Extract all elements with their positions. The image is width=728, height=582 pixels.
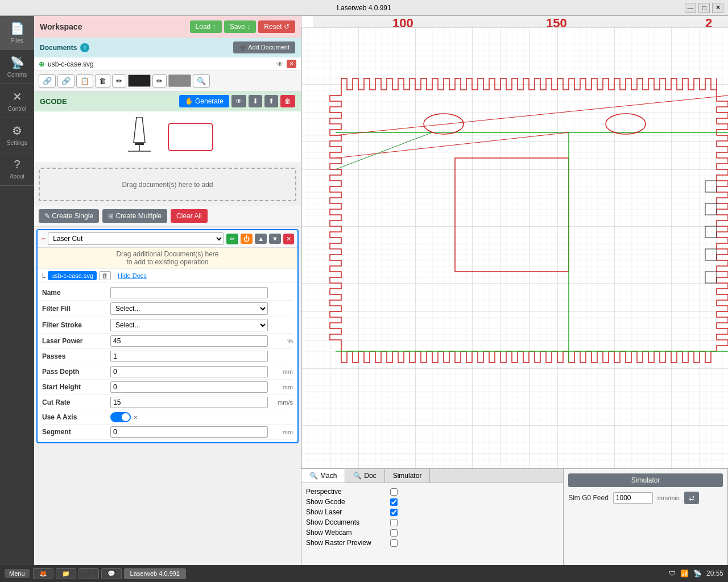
field-input-segment[interactable] bbox=[110, 426, 268, 438]
field-unit-pass-depth: mm bbox=[270, 368, 293, 375]
field-input-laser-power[interactable] bbox=[110, 335, 268, 347]
operation-edit-button[interactable]: ✏ bbox=[226, 234, 238, 244]
tab-simulator-label: Simulator bbox=[393, 472, 422, 480]
create-single-button[interactable]: ✎ Create Single bbox=[39, 209, 99, 223]
field-select-filter-fill[interactable]: Select... bbox=[110, 302, 268, 315]
taskbar-right: 🛡 📶 📡 20:55 bbox=[669, 569, 723, 577]
drag-drop-area[interactable]: Drag document(s) here to add bbox=[39, 168, 296, 201]
document-expand-icon[interactable]: ⊕ bbox=[39, 60, 44, 68]
ruler-num-150: 150 bbox=[546, 16, 567, 27]
operation-down-button[interactable]: ▼ bbox=[269, 234, 281, 244]
exchange-button[interactable]: ⇄ bbox=[684, 492, 699, 504]
taskbar-app-terminal[interactable]: ⬛ bbox=[78, 568, 99, 579]
bottom-left-panel: 🔍 Mach 🔍 Doc Simulator Perspective bbox=[301, 469, 564, 565]
show-gcode-checkbox[interactable] bbox=[390, 498, 398, 506]
op-tool-btn-4[interactable]: 🗑 bbox=[95, 74, 110, 88]
document-remove-button[interactable]: ✕ bbox=[287, 60, 296, 68]
operation-delete-button[interactable]: ✕ bbox=[283, 234, 294, 244]
sidebar-item-comms[interactable]: 📡 Comms bbox=[0, 50, 34, 84]
op-tool-btn-6[interactable]: ✏ bbox=[152, 74, 167, 88]
gcode-view-button[interactable]: 👁 bbox=[231, 95, 246, 107]
document-visibility-icon[interactable]: 👁 bbox=[276, 60, 283, 68]
taskbar-app-folder[interactable]: 📁 bbox=[56, 568, 76, 579]
documents-info-icon[interactable]: i bbox=[80, 43, 89, 52]
maximize-button[interactable]: □ bbox=[698, 3, 710, 13]
operation-collapse-icon[interactable]: − bbox=[41, 234, 46, 243]
add-document-button[interactable]: ➕ Add Document bbox=[233, 41, 295, 53]
op-tool-btn-5[interactable]: ✏ bbox=[112, 74, 126, 88]
workspace-title: Workspace bbox=[40, 22, 82, 31]
show-raster-checkbox[interactable] bbox=[390, 539, 398, 547]
gcode-delete-button[interactable]: 🗑 bbox=[280, 95, 295, 107]
taskbar-app-firefox[interactable]: 🦊 bbox=[33, 568, 53, 579]
op-search-btn[interactable]: 🔍 bbox=[193, 74, 210, 88]
perspective-checkbox[interactable] bbox=[390, 488, 398, 496]
left-panel: Workspace Load ↑ Save ↓ Reset ↺ Document… bbox=[34, 16, 301, 565]
laser-cut-preview-rect bbox=[168, 123, 213, 151]
sim-g0-feed-input[interactable] bbox=[613, 492, 653, 504]
toggle-close-icon[interactable]: ✕ bbox=[133, 414, 138, 421]
toggle-switch[interactable] bbox=[110, 412, 131, 422]
tab-simulator[interactable]: Simulator bbox=[385, 469, 431, 483]
color-swatch-dark[interactable] bbox=[128, 74, 151, 87]
tab-doc-label: Doc bbox=[364, 472, 376, 480]
taskbar-app-chat[interactable]: 💬 bbox=[101, 568, 122, 579]
gcode-download-button[interactable]: ⬇ bbox=[249, 95, 262, 107]
ruler-num-100: 100 bbox=[392, 16, 413, 27]
minimize-button[interactable]: — bbox=[685, 3, 696, 13]
show-webcam-checkbox[interactable] bbox=[390, 529, 398, 537]
field-unit-laser-power: % bbox=[270, 338, 293, 344]
sidebar-item-about[interactable]: ? About bbox=[0, 152, 34, 186]
clear-all-button[interactable]: Clear All bbox=[171, 209, 208, 223]
sidebar-item-settings[interactable]: ⚙ Settings bbox=[0, 118, 34, 152]
drag-hint-line2: to add to existing operation bbox=[42, 258, 293, 266]
op-tool-btn-2[interactable]: 🔗 bbox=[57, 74, 75, 88]
show-laser-checkbox[interactable] bbox=[390, 509, 398, 516]
save-button[interactable]: Save ↓ bbox=[224, 20, 257, 33]
drag-hint-line1: Drag additional Document(s) here bbox=[42, 250, 293, 258]
operation-power-button[interactable]: ⏻ bbox=[241, 234, 253, 244]
menu-button[interactable]: Menu bbox=[5, 569, 30, 578]
settings-icon: ⚙ bbox=[12, 124, 22, 138]
search-icon-mach: 🔍 bbox=[309, 472, 318, 480]
form-row-use-a-axis: Use A Axis ✕ bbox=[42, 410, 293, 425]
sidebar-item-files[interactable]: 📄 Files bbox=[0, 16, 34, 50]
field-input-passes[interactable] bbox=[110, 351, 268, 362]
gcode-upload-button[interactable]: ⬆ bbox=[264, 95, 278, 107]
load-button[interactable]: Load ↑ bbox=[190, 20, 222, 33]
operation-up-button[interactable]: ▲ bbox=[255, 234, 267, 244]
hide-docs-link[interactable]: Hide Docs bbox=[113, 271, 151, 280]
operation-type-select[interactable]: Laser Cut Laser Engrave Laser Fill Path bbox=[48, 232, 224, 245]
show-documents-checkbox[interactable] bbox=[390, 519, 398, 526]
close-button[interactable]: ✕ bbox=[712, 3, 723, 13]
op-tool-btn-3[interactable]: 📋 bbox=[76, 74, 93, 88]
tab-mach[interactable]: 🔍 Mach bbox=[301, 469, 345, 483]
document-name: usb-c-case.svg bbox=[48, 60, 273, 68]
bottom-tabs: 🔍 Mach 🔍 Doc Simulator bbox=[301, 469, 563, 483]
field-input-pass-depth[interactable] bbox=[110, 366, 268, 377]
color-swatch-light[interactable] bbox=[168, 74, 191, 87]
create-multiple-button[interactable]: ⊞ Create Multiple bbox=[102, 209, 167, 223]
svg-rect-1 bbox=[135, 143, 144, 145]
reset-button[interactable]: Reset ↺ bbox=[258, 20, 295, 33]
form-row-filter-stroke: Filter Stroke Select... bbox=[42, 317, 293, 334]
field-select-filter-stroke[interactable]: Select... bbox=[110, 319, 268, 331]
taskbar-app-laserweb[interactable]: Laserweb 4.0.991 bbox=[124, 568, 186, 579]
doc-tag-remove-button[interactable]: 🗑 bbox=[99, 271, 111, 280]
operation-form: Name Filter Fill Select... Filter Stroke… bbox=[38, 283, 297, 442]
sim-g0-feed-label: Sim G0 Feed bbox=[568, 494, 609, 502]
simulator-button[interactable]: Simulator bbox=[568, 473, 723, 487]
sidebar-item-label: Settings bbox=[7, 140, 27, 146]
operation-action-buttons: ✎ Create Single ⊞ Create Multiple Clear … bbox=[34, 206, 301, 227]
sidebar-item-control[interactable]: ✕ Control bbox=[0, 84, 34, 118]
tab-doc[interactable]: 🔍 Doc bbox=[345, 469, 384, 483]
op-tool-btn-1[interactable]: 🔗 bbox=[39, 74, 56, 88]
field-input-name[interactable] bbox=[110, 287, 268, 298]
form-row-passes: Passes bbox=[42, 349, 293, 364]
taskbar: Menu 🦊 📁 ⬛ 💬 Laserweb 4.0.991 🛡 📶 📡 20:5… bbox=[0, 565, 728, 582]
show-raster-row: Show Raster Preview bbox=[306, 539, 559, 547]
workspace-buttons: Load ↑ Save ↓ Reset ↺ bbox=[190, 20, 295, 33]
field-input-cut-rate[interactable] bbox=[110, 397, 268, 408]
generate-button[interactable]: ✋ Generate bbox=[179, 95, 229, 107]
field-input-start-height[interactable] bbox=[110, 381, 268, 393]
